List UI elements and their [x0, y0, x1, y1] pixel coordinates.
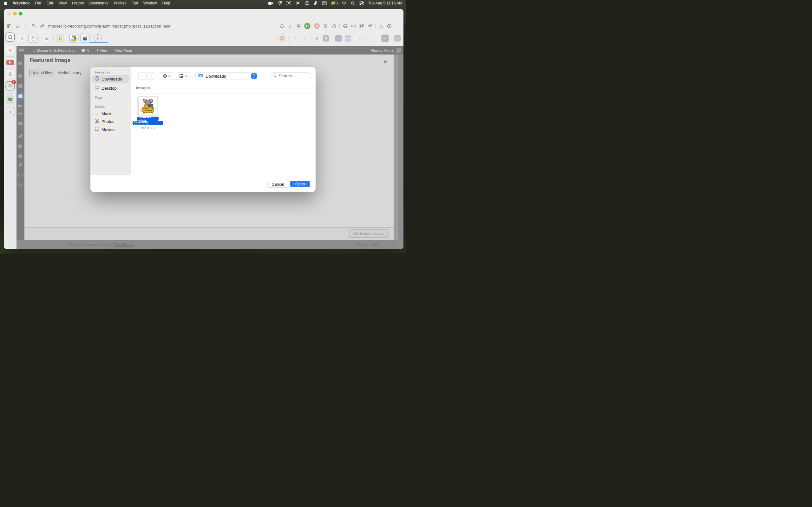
location-off-icon[interactable] [278, 1, 282, 6]
screenshot-icon[interactable] [287, 1, 291, 6]
chatgpt-app-icon[interactable] [6, 33, 14, 41]
set-featured-image-button[interactable]: Set featured image [349, 229, 389, 238]
extensions-puzzle-icon[interactable] [330, 22, 338, 30]
menu-view[interactable]: View [58, 1, 67, 5]
search-input[interactable] [278, 73, 308, 78]
extension-m-icon[interactable]: M [314, 23, 320, 29]
view-grid-dropdown[interactable] [159, 72, 174, 80]
menu-bookmarks[interactable]: Bookmarks [89, 1, 108, 5]
battery-icon[interactable] [331, 1, 337, 6]
location-dropdown[interactable]: Downloads [195, 72, 258, 80]
open-button[interactable]: Open [290, 181, 310, 187]
apple-icon[interactable] [4, 1, 8, 6]
cancel-button[interactable]: Cancel [267, 181, 288, 187]
add-app-button[interactable]: + [6, 107, 15, 116]
modal-close-icon[interactable]: × [384, 58, 387, 65]
dialog-search-field[interactable] [270, 72, 312, 79]
menubar-clock[interactable]: Tue Aug 5 11:16 AM [368, 1, 402, 5]
site-info-icon[interactable] [38, 22, 46, 30]
sidebar-item-music[interactable]: ♪ Music [92, 110, 129, 117]
file-name-line2[interactable]: tutorials-logo.avif [133, 121, 163, 125]
wp-appearance-icon[interactable] [18, 134, 23, 138]
print-icon[interactable] [341, 22, 349, 30]
wp-view-page-link[interactable]: View Page [114, 49, 132, 52]
window-zoom-button[interactable] [19, 12, 22, 15]
ext-px[interactable]: px [335, 35, 342, 42]
menu-app-name[interactable]: Wavebox [13, 1, 30, 5]
wp-plugins-icon[interactable] [17, 144, 22, 149]
menu-edit[interactable]: Edit [47, 1, 53, 5]
browser-menu-icon[interactable]: ≡ [393, 22, 402, 30]
input-switcher-icon[interactable] [322, 1, 327, 6]
control-center-icon[interactable] [359, 1, 364, 6]
spotlight-search-icon[interactable] [351, 1, 355, 6]
ext-canva[interactable]: Canva [345, 35, 351, 42]
menu-profiles[interactable]: Profiles [113, 1, 126, 5]
bookmark-sparkle-icon[interactable] [366, 22, 374, 30]
wp-dashboard-icon[interactable] [18, 61, 22, 65]
wp-comments-link[interactable]: 0 [82, 49, 89, 52]
ext-diamond[interactable] [313, 35, 320, 42]
tab-mouse-logo[interactable] [70, 34, 78, 43]
video-record-icon[interactable] [268, 1, 273, 6]
sidebar-item-movies[interactable]: Movies [92, 125, 129, 133]
tab-namecheap[interactable]: N [18, 34, 26, 43]
ext-m-circle[interactable]: M [279, 35, 286, 42]
menu-help[interactable]: Help [162, 1, 170, 5]
mic-muted-icon[interactable] [314, 1, 317, 6]
url-omnibox[interactable]: mouseclickrecording.com/wp-admin/post.ph… [48, 24, 170, 29]
window-close-button[interactable] [7, 12, 11, 15]
file-thumbnail-selection[interactable]: MOUSE CLICK TUTORIALS Dot Com [137, 96, 158, 116]
wp-media-icon[interactable] [18, 84, 22, 88]
dialog-forward-button[interactable] [147, 72, 155, 80]
tab-media-library[interactable]: Media Library [57, 69, 82, 77]
wordpress-link[interactable]: WordPress [114, 242, 133, 247]
namecheap-app-icon[interactable]: N [6, 46, 14, 54]
ext-r-dark[interactable]: R [322, 35, 329, 42]
wp-tools-icon[interactable] [18, 163, 22, 167]
tab-clapperboard-active[interactable] [81, 34, 89, 43]
profile-badge[interactable]: B [304, 23, 310, 29]
page-scrollbar[interactable] [394, 55, 398, 240]
menu-history[interactable]: History [72, 1, 84, 5]
wp-comments-icon[interactable] [18, 122, 22, 125]
menu-tab[interactable]: Tab [132, 1, 138, 5]
group-by-dropdown[interactable] [176, 72, 191, 80]
reload-icon[interactable]: ↻ [30, 22, 38, 30]
sidebar-toggle-icon[interactable]: ◧ [5, 22, 13, 30]
tab-upload-files[interactable]: Upload files [29, 69, 54, 77]
ext-stm[interactable]: stm [382, 35, 389, 42]
wp-collapse-icon[interactable]: Ⓦ [18, 182, 22, 188]
audio-wave-off-icon[interactable] [296, 1, 300, 6]
wp-new-link[interactable]: + New [96, 48, 108, 53]
copy-link-icon[interactable] [349, 22, 357, 30]
back-icon[interactable]: ‹ [21, 22, 30, 30]
downloads-icon[interactable] [377, 22, 385, 30]
ext-pause[interactable]: II [369, 35, 376, 42]
bookmark-star-icon[interactable]: ☆ [286, 22, 294, 30]
accessibility-icon[interactable] [305, 1, 309, 6]
home-icon[interactable]: ⌂ [13, 22, 21, 30]
window-minimize-button[interactable] [13, 12, 17, 15]
ext-loom[interactable]: R [357, 35, 364, 42]
menu-file[interactable]: File [35, 1, 41, 5]
wp-site-link[interactable]: ⌂ Mouse Click Recording [33, 48, 74, 53]
youtube-app-icon[interactable] [6, 58, 14, 66]
tab-stack-icon[interactable] [294, 22, 303, 30]
spotify-app-icon[interactable] [6, 95, 14, 104]
sidebar-item-photos[interactable]: Photos [92, 118, 129, 125]
sidebar-item-desktop[interactable]: Desktop [92, 84, 129, 92]
menu-window[interactable]: Window [143, 1, 157, 5]
tab-logo-circle[interactable] [29, 34, 37, 43]
wax-extension-icon[interactable] [278, 22, 286, 30]
qr-code-icon[interactable] [357, 22, 366, 30]
cast-signal-icon[interactable] [322, 22, 330, 30]
settings-alert-app-icon[interactable]: ⚙ ! [6, 82, 14, 90]
contacts-app-icon[interactable] [6, 70, 14, 78]
wordpress-logo-icon[interactable]: Ⓦ [19, 47, 24, 53]
wp-submenu-add[interactable]: Ad [18, 112, 22, 115]
wp-users-icon[interactable] [18, 154, 22, 158]
wp-posts-icon[interactable] [18, 73, 22, 78]
sidebar-item-downloads[interactable]: Downloads [92, 75, 129, 83]
wp-pages-item-active[interactable] [16, 92, 24, 100]
